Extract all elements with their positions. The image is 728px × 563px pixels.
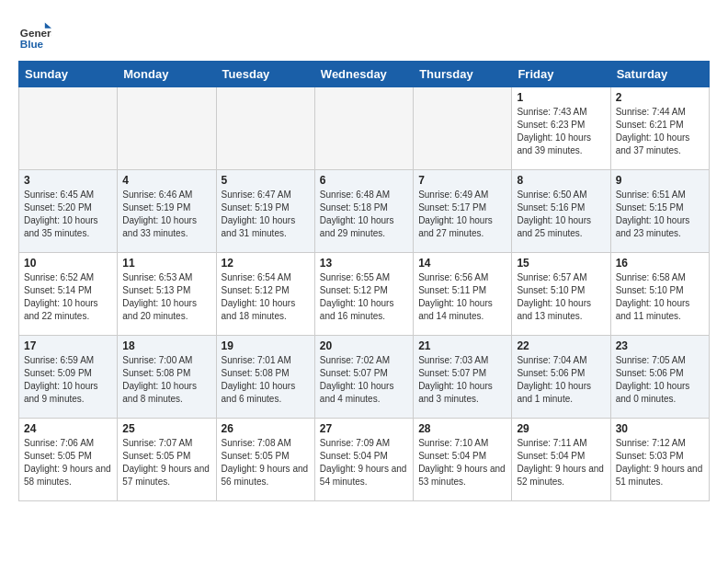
calendar-day-cell: 23Sunrise: 7:05 AM Sunset: 5:06 PM Dayli… [610, 336, 709, 419]
day-number: 3 [24, 174, 112, 187]
calendar-day-cell [19, 87, 118, 170]
logo: General Blue [18, 18, 53, 52]
day-info: Sunrise: 6:48 AM Sunset: 5:18 PM Dayligh… [320, 189, 408, 240]
calendar-day-cell [314, 87, 413, 170]
calendar-day-cell: 25Sunrise: 7:07 AM Sunset: 5:05 PM Dayli… [118, 419, 216, 501]
calendar-day-cell: 1Sunrise: 7:43 AM Sunset: 6:23 PM Daylig… [512, 87, 610, 170]
day-number: 22 [517, 339, 605, 352]
day-number: 21 [418, 339, 506, 352]
calendar-day-cell: 22Sunrise: 7:04 AM Sunset: 5:06 PM Dayli… [512, 336, 610, 419]
day-info: Sunrise: 7:44 AM Sunset: 6:21 PM Dayligh… [616, 106, 704, 157]
day-info: Sunrise: 6:53 AM Sunset: 5:13 PM Dayligh… [122, 271, 210, 323]
day-info: Sunrise: 6:54 AM Sunset: 5:12 PM Dayligh… [222, 271, 310, 323]
day-number: 11 [122, 257, 210, 270]
day-info: Sunrise: 6:55 AM Sunset: 5:12 PM Dayligh… [320, 271, 408, 323]
weekday-header-row: SundayMondayTuesdayWednesdayThursdayFrid… [19, 62, 710, 87]
day-number: 23 [616, 339, 704, 352]
calendar-day-cell: 20Sunrise: 7:02 AM Sunset: 5:07 PM Dayli… [314, 336, 413, 419]
calendar-day-cell: 16Sunrise: 6:58 AM Sunset: 5:10 PM Dayli… [610, 253, 709, 336]
day-info: Sunrise: 6:51 AM Sunset: 5:15 PM Dayligh… [616, 189, 704, 240]
day-info: Sunrise: 7:00 AM Sunset: 5:08 PM Dayligh… [122, 354, 210, 406]
day-number: 13 [320, 257, 408, 270]
weekday-header-cell: Thursday [414, 62, 512, 87]
svg-marker-2 [45, 23, 51, 29]
day-info: Sunrise: 7:11 AM Sunset: 5:04 PM Dayligh… [517, 437, 605, 488]
weekday-header-cell: Monday [118, 62, 216, 87]
weekday-header-cell: Friday [512, 62, 610, 87]
day-info: Sunrise: 7:09 AM Sunset: 5:04 PM Dayligh… [320, 437, 408, 488]
day-info: Sunrise: 7:12 AM Sunset: 5:03 PM Dayligh… [616, 437, 704, 488]
day-info: Sunrise: 7:08 AM Sunset: 5:05 PM Dayligh… [222, 437, 310, 488]
day-info: Sunrise: 6:49 AM Sunset: 5:17 PM Dayligh… [418, 189, 506, 240]
day-info: Sunrise: 7:43 AM Sunset: 6:23 PM Dayligh… [517, 106, 605, 157]
day-info: Sunrise: 7:05 AM Sunset: 5:06 PM Dayligh… [616, 354, 704, 406]
day-info: Sunrise: 7:02 AM Sunset: 5:07 PM Dayligh… [320, 354, 408, 406]
day-number: 27 [320, 422, 408, 435]
day-number: 5 [222, 174, 310, 187]
day-info: Sunrise: 6:46 AM Sunset: 5:19 PM Dayligh… [122, 189, 210, 240]
calendar-day-cell: 13Sunrise: 6:55 AM Sunset: 5:12 PM Dayli… [314, 253, 413, 336]
weekday-header-cell: Tuesday [216, 62, 314, 87]
calendar-day-cell: 27Sunrise: 7:09 AM Sunset: 5:04 PM Dayli… [314, 419, 413, 501]
calendar-day-cell: 11Sunrise: 6:53 AM Sunset: 5:13 PM Dayli… [118, 253, 216, 336]
calendar-week-row: 10Sunrise: 6:52 AM Sunset: 5:14 PM Dayli… [19, 253, 710, 336]
calendar-body: 1Sunrise: 7:43 AM Sunset: 6:23 PM Daylig… [19, 87, 710, 501]
calendar-week-row: 1Sunrise: 7:43 AM Sunset: 6:23 PM Daylig… [19, 87, 710, 170]
day-number: 29 [517, 422, 605, 435]
day-info: Sunrise: 7:01 AM Sunset: 5:08 PM Dayligh… [222, 354, 310, 406]
day-number: 18 [122, 339, 210, 352]
day-number: 26 [222, 422, 310, 435]
day-info: Sunrise: 7:04 AM Sunset: 5:06 PM Dayligh… [517, 354, 605, 406]
day-number: 14 [418, 257, 506, 270]
calendar-day-cell: 17Sunrise: 6:59 AM Sunset: 5:09 PM Dayli… [19, 336, 118, 419]
day-number: 10 [24, 257, 112, 270]
day-number: 15 [517, 257, 605, 270]
calendar-day-cell [414, 87, 512, 170]
calendar-day-cell: 29Sunrise: 7:11 AM Sunset: 5:04 PM Dayli… [512, 419, 610, 501]
calendar-day-cell: 10Sunrise: 6:52 AM Sunset: 5:14 PM Dayli… [19, 253, 118, 336]
calendar-day-cell: 24Sunrise: 7:06 AM Sunset: 5:05 PM Dayli… [19, 419, 118, 501]
day-number: 6 [320, 174, 408, 187]
day-info: Sunrise: 6:56 AM Sunset: 5:11 PM Dayligh… [418, 271, 506, 323]
calendar-day-cell: 12Sunrise: 6:54 AM Sunset: 5:12 PM Dayli… [216, 253, 314, 336]
day-number: 28 [418, 422, 506, 435]
calendar-day-cell: 21Sunrise: 7:03 AM Sunset: 5:07 PM Dayli… [414, 336, 512, 419]
logo-icon: General Blue [18, 18, 51, 52]
calendar-day-cell: 4Sunrise: 6:46 AM Sunset: 5:19 PM Daylig… [118, 170, 216, 253]
calendar-table: SundayMondayTuesdayWednesdayThursdayFrid… [18, 61, 710, 501]
day-number: 16 [616, 257, 704, 270]
day-info: Sunrise: 7:03 AM Sunset: 5:07 PM Dayligh… [418, 354, 506, 406]
day-info: Sunrise: 7:10 AM Sunset: 5:04 PM Dayligh… [418, 437, 506, 488]
day-number: 17 [24, 339, 112, 352]
calendar-week-row: 24Sunrise: 7:06 AM Sunset: 5:05 PM Dayli… [19, 419, 710, 501]
page-header: General Blue [18, 18, 710, 52]
calendar-day-cell [216, 87, 314, 170]
day-info: Sunrise: 6:52 AM Sunset: 5:14 PM Dayligh… [24, 271, 112, 323]
calendar-day-cell: 26Sunrise: 7:08 AM Sunset: 5:05 PM Dayli… [216, 419, 314, 501]
day-number: 25 [122, 422, 210, 435]
day-number: 8 [517, 174, 605, 187]
day-info: Sunrise: 6:45 AM Sunset: 5:20 PM Dayligh… [24, 189, 112, 240]
day-info: Sunrise: 6:58 AM Sunset: 5:10 PM Dayligh… [616, 271, 704, 323]
day-info: Sunrise: 6:59 AM Sunset: 5:09 PM Dayligh… [24, 354, 112, 406]
day-number: 24 [24, 422, 112, 435]
day-number: 2 [616, 91, 704, 104]
calendar-day-cell: 5Sunrise: 6:47 AM Sunset: 5:19 PM Daylig… [216, 170, 314, 253]
calendar-day-cell: 18Sunrise: 7:00 AM Sunset: 5:08 PM Dayli… [118, 336, 216, 419]
calendar-day-cell: 7Sunrise: 6:49 AM Sunset: 5:17 PM Daylig… [414, 170, 512, 253]
day-number: 9 [616, 174, 704, 187]
day-number: 19 [222, 339, 310, 352]
calendar-day-cell: 28Sunrise: 7:10 AM Sunset: 5:04 PM Dayli… [414, 419, 512, 501]
calendar-day-cell: 19Sunrise: 7:01 AM Sunset: 5:08 PM Dayli… [216, 336, 314, 419]
day-number: 20 [320, 339, 408, 352]
day-info: Sunrise: 6:57 AM Sunset: 5:10 PM Dayligh… [517, 271, 605, 323]
weekday-header-cell: Wednesday [314, 62, 413, 87]
day-number: 4 [122, 174, 210, 187]
calendar-week-row: 3Sunrise: 6:45 AM Sunset: 5:20 PM Daylig… [19, 170, 710, 253]
svg-text:Blue: Blue [20, 38, 44, 50]
calendar-day-cell: 6Sunrise: 6:48 AM Sunset: 5:18 PM Daylig… [314, 170, 413, 253]
calendar-day-cell: 14Sunrise: 6:56 AM Sunset: 5:11 PM Dayli… [414, 253, 512, 336]
day-info: Sunrise: 6:47 AM Sunset: 5:19 PM Dayligh… [222, 189, 310, 240]
day-number: 12 [222, 257, 310, 270]
day-info: Sunrise: 7:07 AM Sunset: 5:05 PM Dayligh… [122, 437, 210, 488]
